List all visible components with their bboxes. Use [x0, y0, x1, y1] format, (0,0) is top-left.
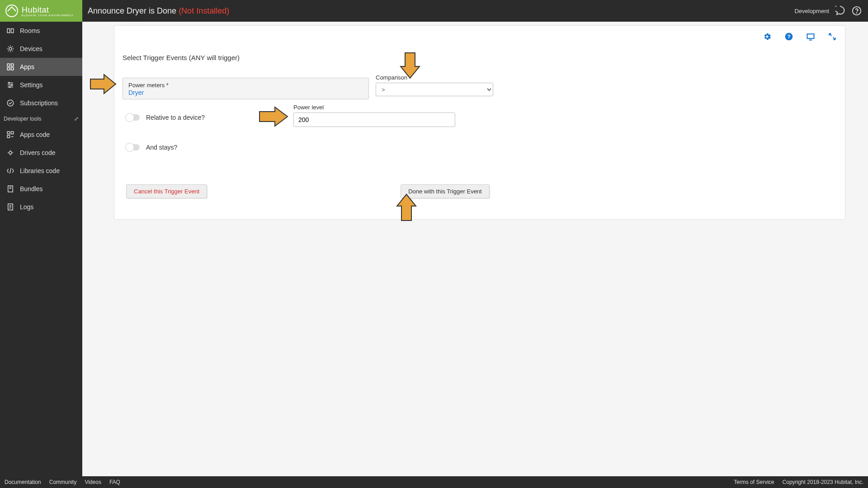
- help-icon[interactable]: [852, 6, 862, 16]
- section-title: Select Trigger Events (ANY will trigger): [123, 54, 837, 61]
- and-stays-toggle-row: And stays?: [126, 144, 177, 151]
- sidebar: Rooms Devices Apps Settings Subscription…: [0, 22, 82, 476]
- screen-icon[interactable]: [806, 32, 815, 41]
- header-right: Development: [794, 0, 862, 22]
- expand-icon[interactable]: [828, 32, 837, 41]
- page-title-text: Announce Dryer is Done: [88, 6, 176, 15]
- help-circle-icon[interactable]: ?: [784, 32, 793, 41]
- power-level-label: Power level: [293, 104, 455, 111]
- sidebar-item-logs[interactable]: Logs: [0, 198, 82, 216]
- apps-icon: [6, 63, 14, 71]
- power-meters-select[interactable]: Power meters * Dryer: [123, 78, 369, 99]
- sidebar-item-apps-code[interactable]: Apps code: [0, 126, 82, 144]
- svg-point-9: [9, 82, 10, 84]
- drivers-code-icon: [6, 149, 14, 157]
- annotation-arrow-3: [259, 106, 288, 127]
- chat-icon[interactable]: [835, 6, 845, 16]
- header: Hubitat ELEVATE YOUR ENVIRONMENT Announc…: [0, 0, 868, 22]
- gear-icon[interactable]: [763, 32, 772, 41]
- sidebar-item-libraries-code[interactable]: Libraries code: [0, 162, 82, 180]
- svg-point-11: [9, 86, 10, 88]
- sidebar-item-label: Devices: [20, 45, 42, 52]
- sidebar-item-subscriptions[interactable]: Subscriptions: [0, 94, 82, 112]
- logs-icon: [6, 203, 14, 211]
- svg-rect-15: [7, 136, 9, 138]
- footer-link-videos[interactable]: Videos: [85, 479, 101, 485]
- sidebar-item-devices[interactable]: Devices: [0, 40, 82, 58]
- footer-left-links: Documentation Community Videos FAQ: [5, 479, 120, 485]
- footer-link-community[interactable]: Community: [49, 479, 77, 485]
- devices-icon: [6, 45, 14, 53]
- sidebar-item-settings[interactable]: Settings: [0, 76, 82, 94]
- cancel-button[interactable]: Cancel this Trigger Event: [126, 184, 207, 198]
- page-title: Announce Dryer is Done (Not Installed): [88, 6, 229, 16]
- comparison-select[interactable]: >: [376, 83, 493, 96]
- collapse-icon: ⤢: [74, 116, 79, 122]
- annotation-arrow-2: [400, 52, 420, 79]
- sidebar-item-label: Apps code: [20, 131, 50, 138]
- svg-rect-7: [7, 68, 9, 70]
- svg-marker-23: [401, 53, 420, 78]
- sidebar-item-drivers-code[interactable]: Drivers code: [0, 144, 82, 162]
- footer: Documentation Community Videos FAQ Terms…: [0, 476, 868, 488]
- main-content: ? Select Trigger Events (ANY will trigge…: [82, 22, 868, 476]
- svg-marker-24: [259, 107, 288, 126]
- svg-rect-14: [11, 131, 14, 134]
- footer-link-faq[interactable]: FAQ: [109, 479, 120, 485]
- comparison-label: Comparison *: [376, 74, 493, 81]
- power-level-input[interactable]: [293, 113, 455, 127]
- libraries-code-icon: [6, 167, 14, 175]
- subscriptions-icon: [6, 99, 14, 107]
- card-toolbar: ?: [763, 32, 837, 41]
- sidebar-item-label: Drivers code: [20, 149, 56, 156]
- power-level-field: Power level: [293, 104, 455, 127]
- svg-text:?: ?: [787, 33, 790, 39]
- footer-right: Terms of Service Copyright 2018-2023 Hub…: [734, 479, 863, 485]
- logo-subtitle: ELEVATE YOUR ENVIRONMENT: [22, 14, 74, 17]
- footer-link-documentation[interactable]: Documentation: [5, 479, 41, 485]
- env-label: Development: [794, 8, 829, 14]
- annotation-arrow-4: [396, 193, 417, 221]
- rooms-icon: [6, 27, 14, 35]
- sidebar-item-apps[interactable]: Apps: [0, 58, 82, 76]
- svg-point-12: [7, 100, 14, 106]
- sidebar-item-label: Apps: [20, 63, 34, 70]
- svg-point-10: [11, 84, 13, 86]
- sidebar-item-label: Subscriptions: [20, 99, 58, 107]
- footer-copyright: Copyright 2018-2023 Hubitat, Inc.: [783, 479, 863, 485]
- svg-marker-25: [397, 194, 416, 221]
- comparison-field: Comparison * >: [376, 74, 493, 96]
- svg-rect-3: [11, 29, 14, 33]
- annotation-arrow-1: [90, 74, 117, 94]
- logo-icon: [5, 5, 18, 17]
- and-stays-toggle[interactable]: [126, 144, 140, 150]
- sidebar-item-label: Bundles: [20, 185, 43, 192]
- footer-link-terms[interactable]: Terms of Service: [734, 479, 774, 485]
- relative-toggle-label: Relative to a device?: [146, 114, 205, 121]
- relative-toggle[interactable]: [126, 114, 140, 121]
- svg-rect-5: [7, 64, 9, 66]
- install-status: (Not Installed): [179, 6, 229, 15]
- svg-rect-8: [11, 68, 14, 70]
- sidebar-item-label: Logs: [20, 203, 33, 211]
- sidebar-item-rooms[interactable]: Rooms: [0, 22, 82, 40]
- and-stays-label: And stays?: [146, 144, 177, 151]
- svg-point-4: [9, 47, 12, 50]
- svg-rect-21: [807, 34, 814, 38]
- sidebar-item-label: Settings: [20, 81, 43, 89]
- apps-code-icon: [6, 131, 14, 139]
- sidebar-dev-tools-header[interactable]: Developer tools ⤢: [0, 112, 82, 126]
- sidebar-item-label: Libraries code: [20, 167, 60, 174]
- logo-text: Hubitat: [22, 5, 49, 14]
- svg-point-1: [857, 13, 857, 13]
- button-row: Cancel this Trigger Event Done with this…: [126, 184, 490, 198]
- settings-icon: [6, 81, 14, 89]
- trigger-card: ? Select Trigger Events (ANY will trigge…: [114, 25, 845, 220]
- power-meters-label: Power meters *: [128, 82, 363, 89]
- logo[interactable]: Hubitat ELEVATE YOUR ENVIRONMENT: [0, 0, 82, 22]
- sidebar-item-bundles[interactable]: Bundles: [0, 180, 82, 198]
- sidebar-item-label: Rooms: [20, 27, 40, 34]
- bundles-icon: [6, 185, 14, 193]
- svg-rect-6: [11, 64, 14, 66]
- power-meters-value: Dryer: [128, 89, 363, 96]
